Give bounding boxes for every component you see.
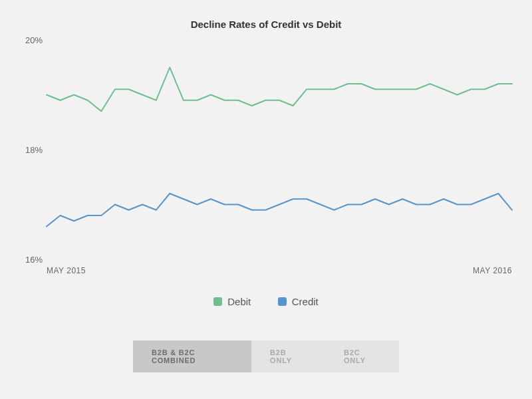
- legend-swatch: [213, 297, 222, 306]
- tab-b2c-only[interactable]: B2C ONLY: [325, 340, 399, 372]
- legend: Debit Credit: [0, 296, 532, 309]
- tab-group: B2B & B2C COMBINED B2B ONLY B2C ONLY: [133, 340, 399, 372]
- plot: [47, 40, 512, 259]
- y-tick: 16%: [25, 255, 43, 265]
- tab-combined[interactable]: B2B & B2C COMBINED: [133, 340, 251, 372]
- legend-swatch: [278, 297, 287, 306]
- x-tick-start: MAY 2015: [47, 266, 86, 275]
- series-credit: [47, 194, 512, 227]
- legend-label: Debit: [227, 296, 251, 307]
- legend-item-credit: Credit: [278, 296, 319, 307]
- legend-label: Credit: [292, 296, 319, 307]
- series-debit: [47, 67, 512, 111]
- x-tick-end: MAY 2016: [473, 266, 512, 275]
- legend-item-debit: Debit: [213, 296, 251, 307]
- y-axis: 20% 18% 16%: [20, 40, 47, 259]
- chart-title: Decline Rates of Credit vs Debit: [0, 0, 532, 30]
- y-tick: 18%: [25, 145, 43, 155]
- chart-area: 20% 18% 16%: [20, 40, 512, 259]
- tab-b2b-only[interactable]: B2B ONLY: [251, 340, 325, 372]
- y-tick: 20%: [25, 35, 43, 45]
